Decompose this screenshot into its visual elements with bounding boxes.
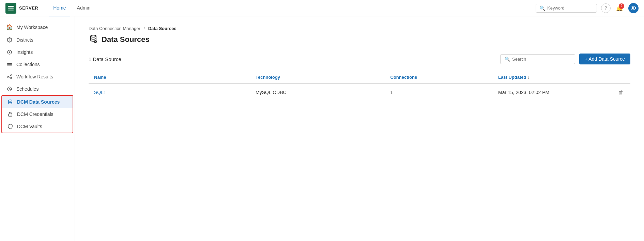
svg-line-11 <box>9 76 11 77</box>
table-body: SQL1 MySQL ODBC 1 Mar 15, 2023, 02:02 PM… <box>89 84 630 101</box>
sidebar-item-dcm-data-sources[interactable]: DCM Data Sources <box>2 96 73 108</box>
svg-point-10 <box>11 77 12 79</box>
delete-button[interactable]: 🗑 <box>617 88 625 97</box>
avatar[interactable]: JD <box>628 3 639 13</box>
datasource-count: 1 Data Source <box>89 56 121 62</box>
row-name-cell: SQL1 <box>89 84 250 101</box>
sidebar-item-schedules[interactable]: Schedules <box>0 83 75 95</box>
row-actions-cell: 🗑 <box>611 84 630 101</box>
global-search-box[interactable]: 🔍 <box>536 4 597 13</box>
svg-rect-2 <box>8 10 14 11</box>
datasource-search-box[interactable]: 🔍 <box>500 54 575 64</box>
top-nav: SERVER Home Admin 🔍 ? 🔔 2 JD <box>0 0 644 16</box>
logo-area: SERVER <box>5 3 38 14</box>
svg-point-17 <box>91 35 96 37</box>
toolbar-right: 🔍 + Add Data Source <box>500 54 630 64</box>
server-label: SERVER <box>19 5 38 11</box>
col-last-updated[interactable]: Last Updated ↓ <box>493 71 611 84</box>
svg-rect-0 <box>8 6 14 7</box>
nav-admin[interactable]: Admin <box>73 0 95 16</box>
sidebar-label-dcm-data-sources: DCM Data Sources <box>17 99 60 105</box>
svg-point-16 <box>10 115 11 116</box>
sidebar-item-dcm-vaults[interactable]: DCM Vaults <box>2 120 73 133</box>
page-title: Data Sources <box>102 35 150 44</box>
sidebar: 🏠 My Workspace Districts Insigh <box>0 16 75 241</box>
sidebar-label-schedules: Schedules <box>16 86 39 92</box>
svg-point-8 <box>7 76 9 77</box>
row-connections-cell: 1 <box>385 84 493 101</box>
breadcrumb-current: Data Sources <box>148 26 177 31</box>
sidebar-item-workflow-results[interactable]: Workflow Results <box>0 71 75 83</box>
logo-icon <box>5 3 16 14</box>
dcm-vaults-icon <box>7 124 14 129</box>
col-technology: Technology <box>250 71 385 84</box>
sort-arrow-icon: ↓ <box>527 75 530 80</box>
breadcrumb: Data Connection Manager / Data Sources <box>89 26 630 31</box>
dcm-credentials-icon <box>7 111 14 117</box>
data-sources-table: Name Technology Connections Last Updated… <box>89 71 630 101</box>
sidebar-label-workflow-results: Workflow Results <box>16 74 53 79</box>
layout: 🏠 My Workspace Districts Insigh <box>0 16 644 241</box>
datasource-search-input[interactable] <box>512 57 571 62</box>
breadcrumb-separator: / <box>143 26 145 31</box>
row-technology-cell: MySQL ODBC <box>250 84 385 101</box>
notifications-button[interactable]: 🔔 2 <box>615 3 624 13</box>
global-search-input[interactable] <box>547 5 593 11</box>
sidebar-item-dcm-credentials[interactable]: DCM Credentials <box>2 108 73 120</box>
dcm-datasources-icon <box>7 99 14 105</box>
sidebar-item-my-workspace[interactable]: 🏠 My Workspace <box>0 20 75 34</box>
add-data-source-button[interactable]: + Add Data Source <box>579 54 630 64</box>
toolbar: 1 Data Source 🔍 + Add Data Source <box>89 54 630 64</box>
svg-rect-1 <box>8 7 14 9</box>
breadcrumb-parent[interactable]: Data Connection Manager <box>89 26 140 31</box>
table-row: SQL1 MySQL ODBC 1 Mar 15, 2023, 02:02 PM… <box>89 84 630 101</box>
sidebar-item-insights[interactable]: Insights <box>0 46 75 58</box>
sidebar-label-dcm-credentials: DCM Credentials <box>17 111 53 117</box>
nav-links: Home Admin <box>49 0 94 16</box>
sidebar-label-dcm-vaults: DCM Vaults <box>17 124 42 129</box>
nav-home[interactable]: Home <box>49 0 70 16</box>
page-title-row: Data Sources <box>89 34 630 45</box>
svg-rect-5 <box>7 63 12 64</box>
districts-icon <box>6 37 13 43</box>
svg-point-4 <box>9 51 10 53</box>
col-name: Name <box>89 71 250 84</box>
col-actions <box>611 71 630 84</box>
svg-point-14 <box>9 100 12 101</box>
sidebar-label-insights: Insights <box>16 49 33 55</box>
insights-icon <box>6 49 13 55</box>
nav-right: 🔍 ? 🔔 2 JD <box>536 3 639 13</box>
svg-rect-7 <box>7 65 12 66</box>
sidebar-label-my-workspace: My Workspace <box>16 25 48 30</box>
schedules-icon <box>6 86 13 92</box>
sidebar-label-collections: Collections <box>16 62 40 67</box>
svg-point-9 <box>11 75 12 76</box>
help-button[interactable]: ? <box>601 3 611 13</box>
table-header: Name Technology Connections Last Updated… <box>89 71 630 84</box>
svg-line-12 <box>9 77 11 78</box>
svg-rect-6 <box>7 64 12 65</box>
page-title-icon <box>89 34 98 45</box>
sidebar-label-districts: Districts <box>16 37 33 43</box>
main-content: Data Connection Manager / Data Sources D… <box>75 16 644 241</box>
sidebar-item-collections[interactable]: Collections <box>0 58 75 71</box>
workflow-icon <box>6 74 13 79</box>
sidebar-item-districts[interactable]: Districts <box>0 34 75 46</box>
col-connections: Connections <box>385 71 493 84</box>
home-icon: 🏠 <box>6 24 13 30</box>
search-icon: 🔍 <box>539 5 545 11</box>
row-last-updated-cell: Mar 15, 2023, 02:02 PM <box>493 84 611 101</box>
dcm-section: DCM Data Sources DCM Credentials <box>1 95 73 133</box>
datasource-link[interactable]: SQL1 <box>94 90 106 95</box>
notification-badge: 2 <box>619 3 624 9</box>
collections-icon <box>6 62 13 67</box>
search-icon: 🔍 <box>505 57 510 62</box>
